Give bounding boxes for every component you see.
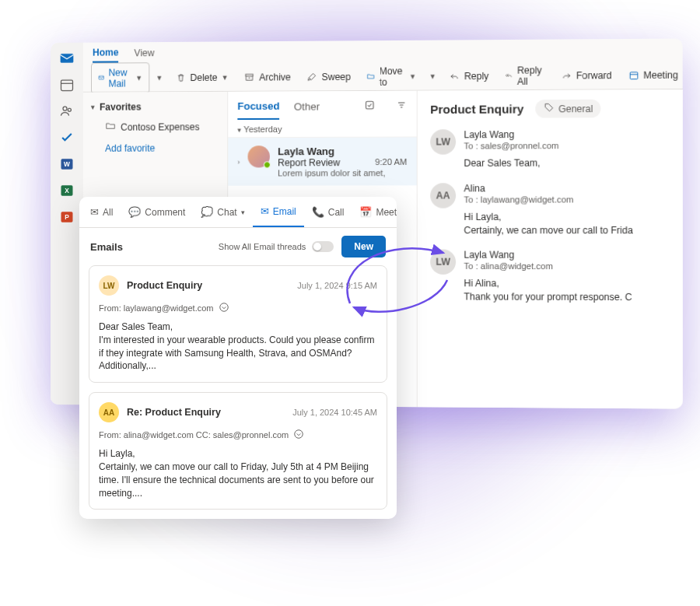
tag-icon xyxy=(543,102,555,115)
trash-icon xyxy=(175,72,186,83)
category-label: General xyxy=(558,103,593,114)
favorites-label: Favorites xyxy=(100,101,142,112)
from-name: Layla Wang xyxy=(464,128,670,140)
avatar: AA xyxy=(99,402,119,422)
folder-move-icon xyxy=(366,71,375,82)
body-text: Hi Alina,Thank you for your prompt respo… xyxy=(464,277,670,304)
forward-icon xyxy=(561,70,572,81)
tab-other[interactable]: Other xyxy=(294,94,320,118)
mail-app-icon[interactable] xyxy=(59,51,75,66)
filter-icon[interactable] xyxy=(396,99,407,112)
thread-body: Hi Layla, Certainly, we can move our cal… xyxy=(99,447,377,499)
chevron-down-icon: ▼ xyxy=(135,74,142,82)
archive-label: Archive xyxy=(259,72,291,82)
thread-subject: Re: Product Enquiry xyxy=(127,407,285,418)
tab-focused[interactable]: Focused xyxy=(237,93,279,119)
sweep-icon xyxy=(306,72,317,82)
meeting-label: Meeting xyxy=(643,69,678,81)
avatar: AA xyxy=(430,183,456,208)
folder-label: Contoso Expenses xyxy=(121,121,199,132)
to-line: To : laylawang@widget.com xyxy=(464,194,670,204)
reply-button[interactable]: Reply xyxy=(443,66,495,86)
show-all-label: Show All Email threads xyxy=(219,242,306,251)
svg-rect-12 xyxy=(246,74,253,75)
message-subject: Report Review xyxy=(278,157,340,168)
tab-view[interactable]: View xyxy=(135,44,155,61)
new-mail-button[interactable]: New Mail ▼ xyxy=(91,62,149,94)
mail-icon xyxy=(98,72,104,83)
email-thread-item[interactable]: LW Product Enquiry July 1, 2024 9:15 AM … xyxy=(89,265,387,383)
thread-message[interactable]: LW Layla Wang To : sales@pronnel.com Dea… xyxy=(430,128,670,170)
chevron-down-circle-icon[interactable] xyxy=(219,302,229,314)
from-name: Alina xyxy=(464,183,670,194)
select-mode-icon[interactable] xyxy=(364,100,375,113)
reply-icon xyxy=(449,71,460,82)
message-item[interactable]: › Layla Wang Report Review 9:20 AM Lorem… xyxy=(228,137,417,185)
add-favorite-link[interactable]: Add favorite xyxy=(102,138,219,159)
phone-icon: 📞 xyxy=(312,206,324,218)
thread-subject: Product Enquiry xyxy=(127,280,289,291)
word-app-icon[interactable]: W xyxy=(59,156,75,172)
reply-all-button[interactable]: Reply All xyxy=(499,61,551,91)
sweep-label: Sweep xyxy=(322,71,351,82)
tab-meeting[interactable]: 📅Meeting xyxy=(352,197,397,227)
chat-bubble-icon: 💭 xyxy=(201,206,213,218)
to-line: To : sales@pronnel.com xyxy=(464,141,670,151)
tab-comment[interactable]: 💬Comment xyxy=(121,197,193,227)
thread-from: From: alina@widget.com CC: sales@pronnel… xyxy=(99,429,377,441)
favorites-section[interactable]: ▾ Favorites xyxy=(91,98,219,116)
tab-all[interactable]: ✉All xyxy=(82,197,121,227)
body-text: Dear Sales Team, xyxy=(464,156,670,170)
ribbon-toolbar: New Mail ▼ ▼ Delete ▼ Archive Sweep Move… xyxy=(83,61,683,93)
folder-contoso-expenses[interactable]: Contoso Expenses xyxy=(102,115,219,138)
todo-app-icon[interactable] xyxy=(59,130,75,145)
panel-title: Emails xyxy=(90,241,123,253)
new-mail-label: New Mail xyxy=(108,67,131,89)
powerpoint-app-icon[interactable]: P xyxy=(59,209,75,225)
svg-point-4 xyxy=(68,108,71,111)
new-email-button[interactable]: New xyxy=(341,236,386,257)
archive-icon xyxy=(244,72,255,82)
archive-button[interactable]: Archive xyxy=(238,68,297,87)
calendar-icon xyxy=(628,69,639,80)
excel-app-icon[interactable]: X xyxy=(59,183,75,198)
thread-message[interactable]: LW Layla Wang To : alina@widget.com Hi A… xyxy=(430,250,670,304)
email-icon: ✉ xyxy=(261,205,269,217)
sweep-button[interactable]: Sweep xyxy=(300,67,357,86)
to-line: To : alina@widget.com xyxy=(464,261,670,271)
category-badge[interactable]: General xyxy=(535,100,601,118)
folder-icon xyxy=(105,121,116,134)
ribbon-tabs: Home View xyxy=(83,38,683,64)
forward-button[interactable]: Forward xyxy=(555,65,618,85)
meeting-button[interactable]: Meeting xyxy=(621,65,683,85)
tab-call[interactable]: 📞Call xyxy=(304,197,352,227)
svg-rect-16 xyxy=(366,101,374,108)
email-thread-item[interactable]: AA Re: Product Enquiry July 1, 2024 10:4… xyxy=(89,392,387,510)
chevron-down-circle-icon[interactable] xyxy=(293,429,304,441)
sender-name: Layla Wang xyxy=(278,145,407,158)
people-app-icon[interactable] xyxy=(59,103,75,119)
show-all-toggle[interactable] xyxy=(312,241,334,252)
svg-text:X: X xyxy=(65,187,69,194)
message-time: 9:20 AM xyxy=(375,157,407,168)
chevron-down-icon: ▼ xyxy=(409,72,416,80)
chevron-right-icon: › xyxy=(237,158,240,166)
delete-button[interactable]: Delete ▼ xyxy=(169,68,234,87)
avatar: LW xyxy=(430,129,456,155)
thread-message[interactable]: AA Alina To : laylawang@widget.com Hi La… xyxy=(430,183,670,237)
thread-body: Dear Sales Team, I'm interested in your … xyxy=(99,321,377,373)
date-group-yesterday: ▾ Yesterday xyxy=(228,121,417,138)
svg-point-3 xyxy=(63,107,67,110)
tab-chat[interactable]: 💭Chat ▾ xyxy=(193,197,252,227)
svg-text:P: P xyxy=(65,213,69,221)
tab-email[interactable]: ✉Email xyxy=(253,197,304,227)
tab-home[interactable]: Home xyxy=(93,44,118,62)
from-name: Layla Wang xyxy=(464,250,670,261)
delete-label: Delete xyxy=(191,72,218,82)
move-to-button[interactable]: Move to ▼ xyxy=(360,61,422,92)
email-threads-panel: ✉All 💬Comment 💭Chat ▾ ✉Email 📞Call 📅Meet… xyxy=(79,197,397,519)
panel-tabs: ✉All 💬Comment 💭Chat ▾ ✉Email 📞Call 📅Meet… xyxy=(79,197,397,228)
calendar-app-icon[interactable] xyxy=(59,77,75,93)
forward-label: Forward xyxy=(576,69,612,81)
reply-label: Reply xyxy=(464,70,489,81)
